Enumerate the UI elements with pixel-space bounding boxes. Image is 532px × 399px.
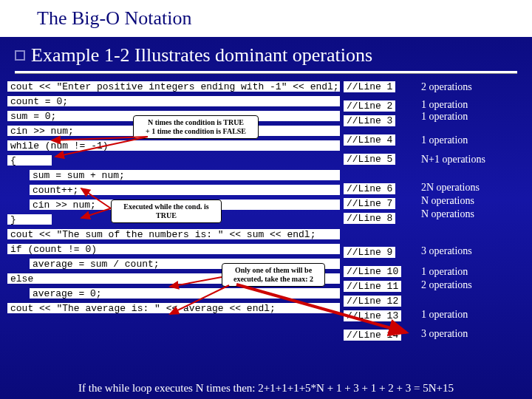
line-comment-11: //Line 11	[344, 281, 401, 292]
op-annot-10: 1 operation	[421, 266, 468, 278]
code-line-9: cout << "The sum of the numbers is: " <<…	[7, 229, 340, 239]
line-comment-2: //Line 2	[344, 100, 395, 112]
subtitle-text: Example 1-2 Illustrates dominant operati…	[31, 44, 372, 66]
code-line-10: if (count != 0)	[7, 244, 340, 254]
op-annot-5: N+1 operations	[421, 154, 485, 166]
op-annot-4: 1 operation	[421, 134, 468, 146]
callout-while-condition: N times the condition is TRUE + 1 time t…	[133, 115, 259, 139]
callout-executed-true: Executed while the cond. is TRUE	[111, 200, 222, 223]
callout-only-one: Only one of them will be executed, take …	[222, 263, 325, 287]
op-annot-8: N operations	[421, 208, 474, 220]
line-comment-9: //Line 9	[344, 247, 395, 258]
code-line-5: while (num != -1)	[7, 140, 340, 151]
callout-line: Executed while the cond. is	[116, 202, 216, 211]
op-annot-9: 3 operations	[421, 245, 472, 257]
op-annot-14: 3 operation	[421, 328, 468, 340]
code-line-6: sum = sum + num;	[30, 170, 340, 180]
line-comment-7: //Line 7	[344, 198, 395, 209]
op-annot-7: N operations	[421, 195, 474, 207]
line-comment-8: //Line 8	[344, 213, 395, 224]
code-area: cout << "Enter positive integers ending …	[0, 74, 532, 340]
line-comment-4: //Line 4	[344, 134, 395, 146]
line-comment-6: //Line 6	[344, 183, 395, 194]
line-comment-3: //Line 3	[344, 115, 395, 126]
code-line-13: average = 0;	[30, 288, 340, 299]
code-brace-open: {	[7, 155, 52, 166]
code-line-7: count++;	[30, 185, 340, 195]
callout-line: N times the condition is TRUE	[138, 118, 253, 127]
line-comment-10: //Line 10	[344, 266, 401, 277]
code-line-1: cout << "Enter positive integers ending …	[7, 81, 340, 92]
line-comment-12: //Line 12	[344, 296, 401, 307]
footer-formula: If the while loop executes N times then:…	[0, 382, 532, 395]
bullet-icon	[15, 50, 25, 61]
line-comment-14: //Line 14	[344, 330, 401, 341]
callout-line: executed, take the max: 2	[227, 275, 320, 284]
line-comment-1: //Line 1	[344, 81, 395, 92]
op-annot-6: 2N operations	[421, 182, 480, 194]
callout-line: + 1 time the condition is FALSE	[138, 127, 253, 136]
callout-line: TRUE	[116, 211, 216, 220]
code-brace-close: }	[7, 214, 52, 225]
op-annot-2: 1 operation	[421, 99, 468, 111]
code-line-14: cout << "The average is: " << average <<…	[7, 303, 340, 313]
op-annot-13: 1 operation	[421, 309, 468, 321]
line-comment-5: //Line 5	[344, 154, 395, 165]
op-annot-1: 2 operations	[421, 81, 472, 93]
slide-title: The Big-O Notation	[0, 0, 532, 37]
subtitle-row: Example 1-2 Illustrates dominant operati…	[0, 37, 532, 69]
op-annot-11: 2 operations	[421, 279, 472, 291]
code-line-2: count = 0;	[7, 96, 340, 106]
callout-line: Only one of them will be	[227, 266, 320, 275]
line-comment-13: //Line 13	[344, 310, 401, 321]
op-annot-3: 1 operation	[421, 111, 468, 123]
